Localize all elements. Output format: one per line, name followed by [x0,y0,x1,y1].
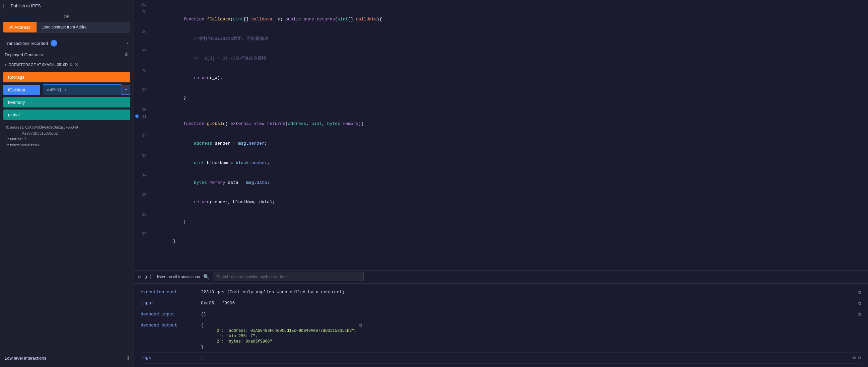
fmemory-button[interactable]: fMemory [3,97,130,108]
line-number-33: 33 [140,153,152,158]
code-line-30: 30 [134,108,868,114]
fcalldata-chevron-icon[interactable]: ▾ [122,85,130,95]
line-indicator-30 [134,108,140,108]
decoded-output-close-brace: } [201,344,356,349]
decoded-output-value: { "0": "address: 0xAb8483F64d9C6d1EcF9b8… [201,323,861,349]
line-number-26: 26 [140,29,152,34]
input-copy-button[interactable]: ⧉ [858,301,861,306]
line-indicator-35 [134,192,140,193]
code-line-33: 33 uint blockNum = block.number; [134,153,868,173]
fcalldata-row: fCalldata ▾ [3,84,130,95]
line-number-27: 27 [140,49,152,54]
transactions-chevron-icon: ▾ [127,41,129,46]
line-indicator-26 [134,29,140,29]
decoded-output-copy-button[interactable]: ⧉ [359,323,362,328]
line-content-26: //参数为calldata数组, 不能被修改 [152,29,868,49]
decoded-output-label: decoded output [141,323,194,328]
publish-ipfs-checkbox[interactable] [3,4,8,8]
input-label: input [141,301,194,306]
output-value-0: 0: address: 0xAb8483F64d9C6d1EcF9b849 [6,125,128,131]
line-content-35: return(sender, blockNum, data); [152,192,868,212]
publish-ipfs-row: Publish to IPFS [3,3,130,8]
line-content-31: function global() external view returns(… [152,114,868,134]
execution-cost-copy-button[interactable]: ⧉ [858,289,861,295]
listen-tx-label: listen on all transactions [157,275,200,279]
logs-text: [] [201,355,850,360]
ban-icon[interactable]: ⊘ [138,274,141,280]
logs-copy-button-1[interactable]: ⧉ [852,355,856,361]
line-number-24: 24 [140,3,152,8]
contract-name: DATASTORAGE AT 0XAC4...3510D [9,63,68,67]
line-indicator-31 [134,114,140,118]
line-number-35: 35 [140,192,152,197]
code-line-24: 24 [134,3,868,9]
fcalldata-input[interactable] [43,84,122,95]
line-number-30: 30 [140,108,152,113]
contract-copy-icon[interactable]: ⧉ [70,62,73,67]
line-content-37: } [152,232,868,251]
low-level-interactions-section: Low level interactions ℹ [3,353,130,364]
low-level-interactions-title: Low level interactions [5,356,46,361]
deployed-contracts-header-left: Deployed Contracts [5,52,43,57]
logs-row: logs [] ⧉ ⧉ [141,353,861,364]
address-button-row: At Address Load contract from Addre [3,22,130,32]
code-line-29: 29 } [134,88,868,108]
breakpoint-dot-31[interactable] [135,115,138,118]
line-number-29: 29 [140,88,152,93]
line-content-34: bytes memory data = msg.data; [152,173,868,192]
info-icon[interactable]: ℹ [127,355,129,361]
fstorage-button[interactable]: fStorage [3,72,130,82]
load-contract-button[interactable]: Load contract from Addre [36,22,130,32]
decoded-input-row: decoded input {} ⧉ [141,309,861,320]
code-line-34: 34 bytes memory data = msg.data; [134,173,868,192]
deployed-contracts-title: Deployed Contracts [5,52,43,57]
deployed-contracts-section-header[interactable]: Deployed Contracts 🗑 [3,49,130,60]
line-indicator-28 [134,68,140,69]
logs-copy-button-2[interactable]: ⧉ [858,355,861,361]
line-number-31: 31 [140,114,152,119]
decoded-output-block: { "0": "address: 0xAb8483F64d9C6d1EcF9b8… [201,323,356,349]
contract-chevron-icon: ▾ [5,63,7,67]
search-icon[interactable]: 🔍 [203,274,210,280]
line-content-28: return(_x); [152,68,868,88]
decoded-input-copy-button[interactable]: ⧉ [858,312,861,317]
transactions-section-header[interactable]: Transactions recorded 7 ▾ [3,37,130,49]
deployed-contract-row: ▾ DATASTORAGE AT 0XAC4...3510D ⧉ ✕ [3,60,130,69]
output-value-0-cont: Ae677dD3315835cb2 [6,131,128,136]
line-indicator-32 [134,133,140,134]
code-line-36: 36 } [134,212,868,232]
code-line-26: 26 //参数为calldata数组, 不能被修改 [134,29,868,49]
trash-icon[interactable]: 🗑 [124,52,129,57]
line-indicator-36 [134,212,140,212]
publish-ipfs-label: Publish to IPFS [11,3,41,8]
decoded-input-value: {} ⧉ [201,312,861,317]
search-input[interactable] [213,273,364,281]
line-indicator-25 [134,9,140,10]
code-line-27: 27 // _x[0] = 0; //这样修改会报错 [134,49,868,68]
input-value: 0xa05...f9906 ⧉ [201,301,861,306]
line-number-25: 25 [140,9,152,14]
input-text: 0xa05...f9906 [201,301,856,306]
input-row: input 0xa05...f9906 ⧉ [141,298,861,309]
line-content-32: address sender = msg.sender; [152,133,868,153]
output-value-2: 2: bytes: 0xa05f9906 [6,142,128,148]
code-line-25: 25 function fCalldata(uint[] calldata _x… [134,9,868,29]
at-address-button[interactable]: At Address [3,22,36,32]
execution-panel: execution cost 22313 gas (Cost only appl… [134,283,868,367]
listen-tx-checkbox[interactable] [150,275,155,279]
fcalldata-button[interactable]: fCalldata [3,85,40,95]
line-content-27: // _x[0] = 0; //这样修改会报错 [152,49,868,68]
line-content-29: } [152,88,868,108]
execution-cost-value: 22313 gas (Cost only applies when called… [201,289,861,295]
code-line-37: 37 } [134,232,868,251]
line-indicator-29 [134,88,140,88]
global-button[interactable]: global [3,110,130,120]
code-line-32: 32 address sender = msg.sender; [134,133,868,153]
line-content-25: function fCalldata(uint[] calldata _x) p… [152,9,868,29]
line-number-34: 34 [140,173,152,178]
contract-close-icon[interactable]: ✕ [75,62,79,67]
code-area: 24 25 function fCalldata(uint[] calldata… [134,0,868,270]
decoded-output-entry-1: "1": "uint256: 7", [201,334,356,339]
line-indicator-33 [134,153,140,154]
execution-cost-text: 22313 gas (Cost only applies when called… [201,289,856,295]
